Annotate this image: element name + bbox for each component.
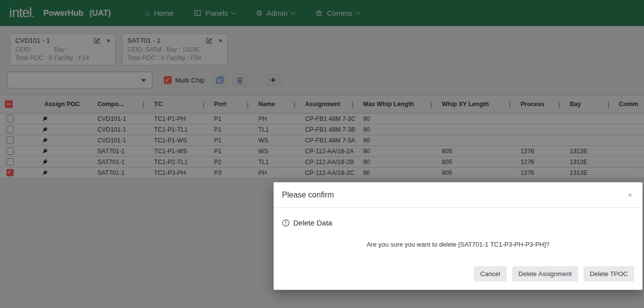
dialog-actions: Cancel Delete Assignment Delete TPOC: [274, 266, 643, 290]
delete-tpoc-button[interactable]: Delete TPOC: [583, 266, 634, 281]
close-icon[interactable]: ×: [626, 189, 634, 201]
dialog-header: Please confirm ×: [274, 182, 643, 208]
delete-assignment-button[interactable]: Delete Assignment: [512, 266, 578, 281]
dialog-body: Delete Data Are you sure you want to del…: [274, 208, 643, 266]
dialog-title: Please confirm: [282, 191, 334, 199]
cancel-button[interactable]: Cancel: [474, 266, 506, 281]
confirm-dialog: Please confirm × Delete Data Are you sur…: [274, 182, 643, 290]
dialog-heading: Delete Data: [293, 219, 332, 227]
warning-circle-icon: [282, 219, 290, 227]
confirm-message: Are you sure you want to delete [SAT701-…: [282, 241, 634, 248]
